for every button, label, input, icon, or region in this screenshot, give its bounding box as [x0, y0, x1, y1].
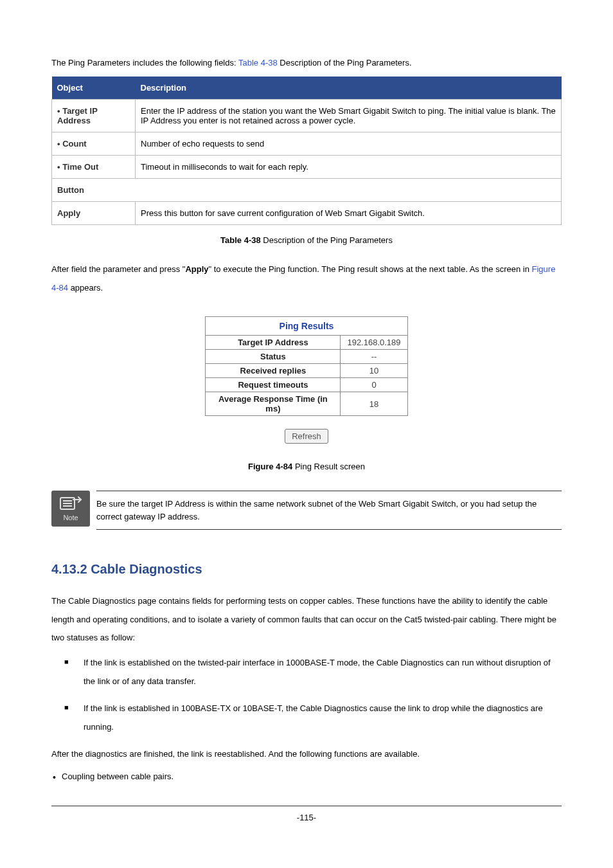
ping-results-value: 18 [341, 392, 407, 416]
table-cell-object: • Count [52, 132, 136, 156]
ping-results-row: Target IP Address 192.168.0.189 [206, 336, 407, 350]
after-para-part1: After field the parameter and press " [51, 264, 185, 274]
list-item: If the link is established in 100BASE-TX… [71, 700, 562, 736]
note-label: Note [63, 514, 78, 521]
ping-results-value: -- [341, 350, 407, 364]
ping-results-table: Ping Results Target IP Address 192.168.0… [205, 316, 407, 416]
after-para-part2: " to execute the Ping function. The Ping… [209, 264, 532, 274]
section-bullet-list: Coupling between cable pairs. [51, 768, 562, 786]
figure-caption-xref: Figure 4-84 [248, 462, 292, 471]
ping-results-label: Status [206, 350, 341, 364]
table-caption-xref: Table 4-38 [220, 235, 261, 245]
ping-results-figure: Ping Results Target IP Address 192.168.0… [51, 316, 562, 450]
table-caption: Table 4-38 Description of the Ping Param… [51, 235, 562, 245]
table-cell-object: • Time Out [52, 156, 136, 179]
intro-prefix: The Ping Parameters includes the followi… [51, 58, 236, 68]
table-row: Apply Press this button for save current… [52, 202, 562, 225]
ping-results-row: Received replies 10 [206, 364, 407, 378]
ping-results-label: Received replies [206, 364, 341, 378]
note-text: Be sure the target IP Address is within … [96, 491, 562, 530]
ping-results-row: Status -- [206, 350, 407, 364]
ping-results-value: 192.168.0.189 [341, 336, 407, 350]
table-cell-description: Press this button for save current confi… [136, 202, 562, 225]
ping-results-row: Average Response Time (in ms) 18 [206, 392, 407, 416]
table-cell-description: Number of echo requests to send [136, 132, 562, 156]
table-row: • Time Out Timeout in milliseconds to wa… [52, 156, 562, 179]
table-cell-description: Timeout in milliseconds to wait for each… [136, 156, 562, 179]
figure-caption: Figure 4-84 Ping Result screen [51, 462, 562, 471]
table-caption-text: Description of the Ping Parameters [261, 235, 393, 245]
intro-paragraph: The Ping Parameters includes the followi… [51, 58, 562, 68]
ping-parameters-table: Object Description • Target IP Address E… [51, 77, 562, 225]
ping-results-label: Target IP Address [206, 336, 341, 350]
table-button-header: Button [52, 179, 562, 202]
table-row: • Target IP Address Enter the IP address… [52, 100, 562, 132]
table-cell-object: Apply [52, 202, 136, 225]
page-footer: -115- [51, 806, 562, 822]
after-para-part3: appears. [68, 283, 103, 293]
after-para: After field the parameter and press "App… [51, 260, 562, 297]
section-square-list: If the link is established on the twiste… [51, 654, 562, 736]
ping-results-row: Request timeouts 0 [206, 378, 407, 392]
table-cell-description: Enter the IP address of the station you … [136, 100, 562, 132]
section-para-2: After the diagnostics are finished, the … [51, 745, 562, 764]
table-button-header-row: Button [52, 179, 562, 202]
section-heading: 4.13.2 Cable Diagnostics [51, 562, 562, 577]
refresh-button[interactable]: Refresh [285, 429, 328, 444]
list-item: If the link is established on the twiste… [71, 654, 562, 691]
note-block: Note Be sure the target IP Address is wi… [51, 491, 562, 530]
after-para-bold: Apply [185, 264, 208, 274]
ping-results-label: Request timeouts [206, 378, 341, 392]
table-row: • Count Number of echo requests to send [52, 132, 562, 156]
ping-results-title: Ping Results [206, 317, 407, 336]
list-item: Coupling between cable pairs. [51, 768, 562, 786]
intro-xref: Table 4-38 [238, 58, 278, 68]
table-header-description: Description [136, 77, 562, 100]
table-cell-object: • Target IP Address [52, 100, 136, 132]
table-header-object: Object [52, 77, 136, 100]
section-para-1: The Cable Diagnostics page contains fiel… [51, 592, 562, 647]
figure-caption-text: Ping Result screen [292, 462, 365, 471]
ping-results-value: 10 [341, 364, 407, 378]
ping-results-label: Average Response Time (in ms) [206, 392, 341, 416]
intro-suffix: Description of the Ping Parameters. [278, 58, 412, 68]
ping-results-value: 0 [341, 378, 407, 392]
note-icon: Note [51, 491, 90, 527]
